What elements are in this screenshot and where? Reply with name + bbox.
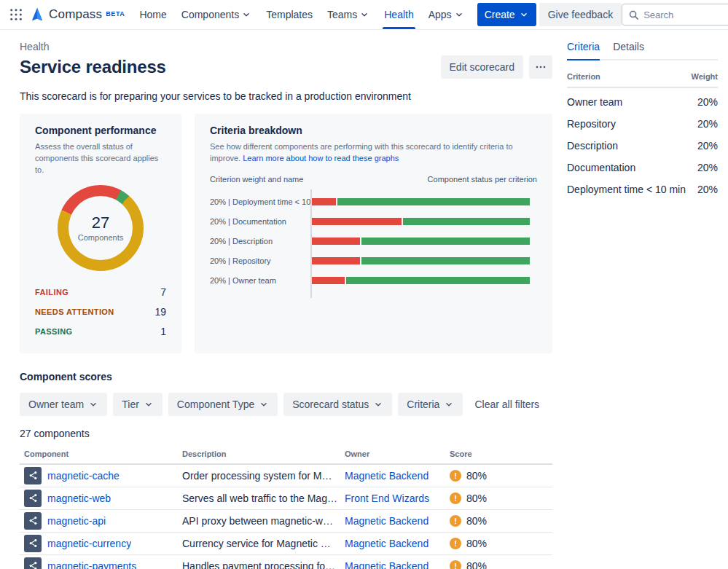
owner-link[interactable]: Magnetic Backend [345,560,428,569]
status-legend: FAILING 7 NEEDS ATTENTION 19 PASSING 1 [35,283,166,342]
criterion-name: Deployment time < 10 min [567,184,686,195]
component-link[interactable]: magnetic-web [47,493,111,504]
legend-failing-value: 7 [160,286,166,298]
filter-scorecard-status[interactable]: Scorecard status [283,393,392,416]
clear-all-filters-button[interactable]: Clear all filters [469,393,545,416]
criteria-table-header: Criterion Weight [567,60,718,88]
breadcrumb[interactable]: Health [20,41,552,52]
ellipsis-icon [535,61,547,73]
nav-item-teams[interactable]: Teams [320,0,377,29]
component-icon [24,557,42,569]
nav-item-templates[interactable]: Templates [259,0,320,29]
chevron-down-icon [259,399,269,409]
performance-card-subtitle: Assess the overall status of components … [35,141,166,176]
search-input[interactable] [643,9,724,20]
filter-owner-team[interactable]: Owner team [20,393,107,416]
warning-icon [450,470,461,482]
criterion-weight: 20% [697,184,718,195]
filter-label: Scorecard status [292,399,369,410]
tab-details[interactable]: Details [613,35,644,59]
criteria-breakdown-card: Criteria breakdown See how different com… [195,114,552,353]
filter-label: Tier [122,399,139,410]
nav-item-label: Apps [428,9,452,20]
table-header-row: Component Description Owner Score [20,445,552,465]
search-box[interactable] [622,4,728,25]
filter-bar: Owner team Tier Component Type Scorecard… [20,393,552,416]
criterion-weight: 20% [697,140,718,152]
chevron-down-icon [144,399,154,409]
criteria-panel: Criteria Details Criterion Weight Owner … [552,29,728,569]
tab-criteria[interactable]: Criteria [567,35,600,59]
donut-total-label: Components [78,233,123,242]
bar-passing-segment [346,277,530,284]
nav-item-apps[interactable]: Apps [421,0,471,29]
column-header-owner: Owner [345,450,450,458]
bar-passing-segment [337,198,530,205]
nav-item-label: Components [181,9,239,20]
give-feedback-button[interactable]: Give feedback [539,3,622,26]
component-scores-title: Component scores [20,371,552,382]
app-switcher-button[interactable] [4,3,28,26]
component-link[interactable]: magnetic-api [47,515,106,527]
criteria-bar-chart: 20% | Deployment time < 10 min 20% | Doc… [210,192,537,291]
criterion-weight-header: Criterion weight and name [210,175,303,184]
filter-component-type[interactable]: Component Type [168,393,278,416]
nav-item-label: Templates [266,9,313,20]
component-link[interactable]: magnetic-currency [47,538,131,549]
warning-icon [450,538,461,549]
create-button-label: Create [485,9,515,20]
donut-total-count: 27 [92,213,109,232]
criteria-table-rows: Owner team 20% Repository 20% Descriptio… [567,91,718,200]
criterion-bar-label: 20% | Repository [210,256,310,265]
criterion-bar [312,257,530,264]
create-button[interactable]: Create [477,3,536,26]
filter-criteria[interactable]: Criteria [398,393,463,416]
legend-needs-attention-label: NEEDS ATTENTION [35,307,114,316]
bar-failing-segment [312,238,360,245]
component-description: Handles payment processing for orders... [182,560,345,569]
more-options-button[interactable] [529,55,552,79]
component-link[interactable]: magnetic-cache [47,470,120,482]
criterion-bar [312,238,530,245]
criteria-row: Repository 20% [567,113,718,135]
legend-passing-label: PASSING [35,327,73,336]
edit-scorecard-button[interactable]: Edit scorecard [441,55,523,79]
owner-link[interactable]: Magnetic Backend [345,515,428,527]
nav-item-home[interactable]: Home [132,0,173,29]
owner-link[interactable]: Magnetic Backend [345,470,428,482]
filter-tier[interactable]: Tier [113,393,163,416]
learn-more-link[interactable]: Learn more about how to read these graph… [243,154,399,162]
column-header-component: Component [24,450,182,458]
nav-item-components[interactable]: Components [174,0,259,29]
criterion-column-label: Criterion [567,72,600,81]
owner-link[interactable]: Front End Wizards [345,493,429,504]
owner-link[interactable]: Magnetic Backend [345,538,428,549]
component-icon [24,512,42,530]
nav-item-health[interactable]: Health [377,0,420,29]
bar-failing-segment [312,218,402,225]
compass-home-link[interactable]: Compass BETA [28,7,132,23]
criterion-bar [312,218,530,225]
bar-passing-segment [403,218,530,225]
criterion-bar-label: 20% | Owner team [210,276,310,285]
nav-item-label: Health [384,9,413,20]
table-row: magnetic-web Serves all web traffic to t… [20,487,552,510]
criterion-name: Repository [567,118,616,130]
chevron-down-icon [241,9,251,20]
component-description: Currency service for Magnetic web that..… [182,538,345,549]
component-link[interactable]: magnetic-payments [47,560,136,569]
warning-icon [450,560,461,569]
bar-failing-segment [312,257,360,264]
score-value: 80% [466,560,487,569]
component-count: 27 components [20,428,552,439]
criterion-bar-label: 20% | Description [210,237,310,246]
criterion-bar-row: 20% | Repository [210,251,537,271]
nav-item-label: Teams [327,9,357,20]
chevron-down-icon [373,399,383,409]
chevron-down-icon [359,9,369,20]
performance-card-title: Component performance [35,125,166,136]
legend-row-needs-attention: NEEDS ATTENTION 19 [35,302,166,322]
criteria-row: Description 20% [567,135,718,157]
table-row: magnetic-currency Currency service for M… [20,533,552,555]
search-icon [628,9,639,20]
